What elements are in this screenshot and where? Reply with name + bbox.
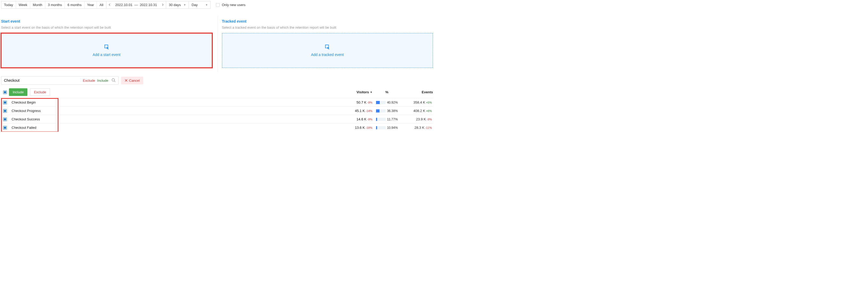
add-start-event-label: Add a start event <box>93 52 121 57</box>
table-row[interactable]: Checkout Begin 50.7 K-9% 40.92% 358.4 K+… <box>1 98 433 106</box>
add-tracked-event-box[interactable]: Add a tracked event <box>222 33 433 68</box>
row-checkbox[interactable] <box>3 126 7 130</box>
duration-value: 30 days <box>169 3 181 7</box>
event-name: Checkout Progress <box>9 109 341 113</box>
row-checkbox[interactable] <box>3 117 7 121</box>
event-name: Checkout Begin <box>9 100 341 104</box>
svg-point-0 <box>112 79 115 81</box>
date-from: 2022.10.01 <box>115 3 132 7</box>
date-next-button[interactable] <box>160 1 166 8</box>
percent-cell: 36.38% <box>372 109 401 113</box>
table-row[interactable]: Checkout Failed 13.6 K-18% 10.94% 28.3 K… <box>1 123 433 132</box>
events-cell: 28.3 K-11% <box>401 125 433 130</box>
start-event-title: Start event <box>1 19 212 24</box>
visitors-cell: 13.6 K-18% <box>341 125 372 130</box>
period-year[interactable]: Year <box>85 1 97 8</box>
percent-bar <box>376 101 380 104</box>
percent-bar <box>376 118 377 121</box>
bulk-action-buttons: Include Exclude <box>9 88 50 96</box>
visitors-cell: 45.1 K-14% <box>341 109 372 113</box>
col-visitors-header[interactable]: Visitors ▼ <box>341 90 372 94</box>
chevron-left-icon <box>108 3 111 6</box>
percent-cell: 10.94% <box>372 126 401 130</box>
only-new-users-checkbox[interactable]: Only new users <box>216 3 245 7</box>
date-prev-button[interactable] <box>106 1 113 8</box>
chevron-right-icon <box>162 3 164 6</box>
add-event-icon <box>324 44 330 50</box>
visitors-cell: 14.6 K-9% <box>341 117 372 121</box>
bulk-exclude-button[interactable]: Exclude <box>30 88 50 96</box>
add-tracked-event-label: Add a tracked event <box>311 52 344 57</box>
cancel-label: Cancel <box>129 79 140 82</box>
visitors-cell: 50.7 K-9% <box>341 100 372 104</box>
col-events-header[interactable]: Events <box>401 90 433 94</box>
start-event-subtitle: Select a start event on the basis of whi… <box>1 26 212 29</box>
caret-down-icon: ▼ <box>206 3 208 6</box>
row-checkbox[interactable] <box>3 101 7 104</box>
tracked-event-subtitle: Select a tracked event on the basis of w… <box>222 26 433 29</box>
event-search-box: Exclude Include <box>1 76 119 85</box>
select-all-cell <box>1 91 9 94</box>
event-name: Checkout Success <box>9 117 341 121</box>
period-month[interactable]: Month <box>30 1 45 8</box>
bulk-include-button[interactable]: Include <box>9 88 27 96</box>
close-icon <box>125 79 127 82</box>
percent-bar <box>376 109 379 112</box>
search-icon[interactable] <box>110 77 117 83</box>
select-all-checkbox[interactable] <box>3 91 7 94</box>
duration-dropdown[interactable]: 30 days ▼ <box>166 1 189 9</box>
row-checkbox[interactable] <box>3 109 7 113</box>
date-range-picker: 2022.10.01 — 2022.10.31 <box>106 1 166 9</box>
col-percent-header[interactable]: % <box>372 90 401 94</box>
percent-bar <box>376 126 377 129</box>
events-table-header: Include Exclude Visitors ▼ % Events <box>1 87 433 98</box>
only-new-users-label: Only new users <box>222 3 245 7</box>
table-row[interactable]: Checkout Progress 45.1 K-14% 36.38% 408.… <box>1 106 433 115</box>
period-today[interactable]: Today <box>1 1 16 8</box>
add-event-icon <box>104 44 110 50</box>
date-range-display[interactable]: 2022.10.01 — 2022.10.31 <box>113 1 160 8</box>
events-table: Include Exclude Visitors ▼ % Events Chec… <box>1 87 433 132</box>
date-to: 2022.10.31 <box>140 3 157 7</box>
percent-cell: 40.92% <box>372 101 401 104</box>
tracked-event-title: Tracked event <box>222 19 433 24</box>
search-exclude-link[interactable]: Exclude <box>83 79 95 82</box>
percent-cell: 11.77% <box>372 117 401 121</box>
search-include-link[interactable]: Include <box>97 79 108 82</box>
event-filter-row: Exclude Include Cancel <box>1 76 433 85</box>
period-all[interactable]: All <box>97 1 106 8</box>
period-toolbar: Today Week Month 3 months 6 months Year … <box>0 0 434 10</box>
events-table-body: Checkout Begin 50.7 K-9% 40.92% 358.4 K+… <box>1 98 433 132</box>
date-separator: — <box>134 3 138 7</box>
events-cell: 408.2 K+6% <box>401 109 433 113</box>
period-6months[interactable]: 6 months <box>65 1 84 8</box>
period-3months[interactable]: 3 months <box>45 1 65 8</box>
granularity-dropdown[interactable]: Day ▼ <box>189 1 211 9</box>
start-event-panel: Start event Select a start event on the … <box>0 15 218 72</box>
event-name: Checkout Failed <box>9 125 341 130</box>
period-week[interactable]: Week <box>16 1 30 8</box>
col-visitors-label: Visitors <box>356 90 369 94</box>
add-start-event-box[interactable]: Add a start event <box>1 33 212 68</box>
period-preset-group: Today Week Month 3 months 6 months Year … <box>1 1 106 9</box>
event-panels: Start event Select a start event on the … <box>0 15 434 72</box>
sort-desc-icon: ▼ <box>370 91 372 94</box>
checkbox-icon <box>216 3 220 7</box>
events-cell: 358.4 K+5% <box>401 100 433 104</box>
cancel-filter-button[interactable]: Cancel <box>121 77 143 84</box>
caret-down-icon: ▼ <box>184 3 186 6</box>
table-row[interactable]: Checkout Success 14.6 K-9% 11.77% 23.9 K… <box>1 115 433 123</box>
event-search-input[interactable] <box>4 78 81 82</box>
granularity-value: Day <box>191 3 197 7</box>
tracked-event-panel: Tracked event Select a tracked event on … <box>218 15 434 72</box>
events-cell: 23.9 K-9% <box>401 117 433 121</box>
